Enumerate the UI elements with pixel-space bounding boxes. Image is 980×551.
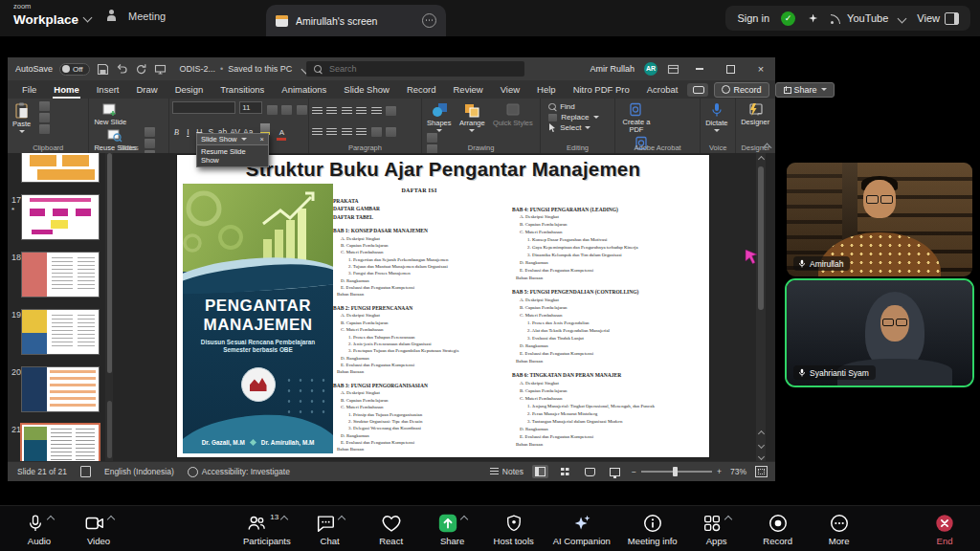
zoom-percentage[interactable]: 73%	[730, 467, 746, 476]
toolbar-button[interactable]: Video	[73, 510, 124, 548]
create-pdf-button[interactable]: Create a PDF	[618, 101, 655, 135]
video-tile-syahrianti[interactable]: Syahrianti Syam	[785, 278, 974, 387]
slide-thumbnail[interactable]	[22, 153, 99, 182]
ribbon-tab[interactable]: Insert	[88, 82, 128, 98]
format-button[interactable]: I	[184, 127, 192, 137]
minimize-button[interactable]	[689, 60, 710, 77]
numbering-icon[interactable]	[326, 107, 337, 116]
previous-slide-icon[interactable]	[756, 428, 766, 439]
toolbar-button[interactable]: AI Companion	[549, 510, 614, 548]
chevron-up-icon[interactable]	[338, 516, 345, 523]
tab-options-icon[interactable]	[422, 13, 436, 28]
language-status[interactable]: English (Indonesia)	[104, 467, 174, 476]
sign-in-button[interactable]: Sign in	[737, 12, 769, 24]
search-box[interactable]	[306, 61, 524, 77]
ribbon-display-icon[interactable]	[667, 63, 679, 76]
zoom-slider-thumb[interactable]	[673, 467, 678, 476]
ribbon-tab[interactable]: Transitions	[212, 82, 273, 98]
presenter-icon[interactable]	[80, 466, 91, 477]
align-left-icon[interactable]	[312, 128, 323, 137]
zoom-slider[interactable]: − +	[632, 467, 722, 476]
ribbon-tab[interactable]: Record	[398, 82, 445, 98]
clear-format-icon[interactable]	[297, 105, 307, 115]
dictate-button[interactable]: Dictate	[703, 101, 729, 133]
bullets-icon[interactable]	[312, 107, 323, 116]
search-input[interactable]	[327, 63, 517, 75]
toolbar-button[interactable]: Record	[752, 510, 804, 548]
close-icon[interactable]: ×	[260, 135, 264, 143]
slide-thumbnail[interactable]	[22, 253, 99, 297]
select-button[interactable]: Select	[548, 123, 612, 132]
zoom-workplace-menu[interactable]: zoom Workplace	[13, 3, 91, 28]
toolbar-button[interactable]: Audio	[13, 510, 65, 548]
record-button[interactable]: Record	[714, 82, 769, 98]
slide-thumbnail[interactable]	[22, 310, 99, 354]
columns-icon[interactable]	[371, 127, 382, 137]
ribbon-tab[interactable]: Animations	[273, 82, 335, 98]
find-button[interactable]: Find	[548, 102, 612, 111]
toolbar-button[interactable]: Chat	[304, 510, 356, 548]
text-direction-icon[interactable]	[386, 106, 396, 116]
new-slide-button[interactable]: New Slide	[92, 101, 128, 127]
increase-font-icon[interactable]	[267, 105, 278, 115]
undo-icon[interactable]	[116, 63, 128, 76]
shape-fill-icon[interactable]	[427, 133, 437, 143]
avatar[interactable]: AR	[644, 62, 657, 76]
paste-button[interactable]: Paste	[11, 101, 33, 134]
decrease-font-icon[interactable]	[281, 105, 292, 115]
toolbar-button[interactable]: React	[366, 510, 417, 548]
slide-thumbnail[interactable]	[22, 195, 99, 239]
document-title[interactable]: ODIS-2... • Saved to this PC	[180, 64, 310, 74]
toolbar-button[interactable]: More	[813, 510, 865, 548]
fit-slide-icon[interactable]	[755, 466, 768, 477]
account-name[interactable]: Amir Rullah	[590, 64, 635, 74]
scroll-up-icon[interactable]	[756, 153, 766, 165]
toolbar-button[interactable]: Share	[427, 510, 479, 548]
normal-view-button[interactable]	[532, 465, 548, 478]
chevron-up-icon[interactable]	[106, 516, 114, 523]
present-icon[interactable]	[154, 63, 167, 76]
align-right-icon[interactable]	[342, 128, 352, 137]
canvas-scrollbar[interactable]	[756, 153, 766, 462]
slide-sorter-button[interactable]	[557, 465, 573, 478]
ribbon-tab[interactable]: Nitro PDF Pro	[565, 82, 638, 98]
zoom-in-icon[interactable]: +	[717, 467, 722, 476]
chevron-up-icon[interactable]	[724, 516, 732, 523]
font-size-combo[interactable]: 11	[239, 101, 262, 114]
font-name-combo[interactable]	[172, 101, 235, 114]
ribbon-tab[interactable]: Home	[45, 82, 87, 98]
video-tile-amirullah[interactable]: Amirullah	[787, 163, 972, 276]
toolbar-button[interactable]: Host tools	[488, 510, 540, 548]
designer-button[interactable]: Designer	[739, 101, 771, 127]
align-center-icon[interactable]	[326, 128, 337, 137]
ribbon-tab[interactable]: Help	[528, 82, 565, 98]
copy-icon[interactable]	[39, 113, 50, 122]
reading-view-button[interactable]	[582, 465, 598, 478]
thumbnail-scrollbar[interactable]	[105, 153, 113, 462]
cut-icon[interactable]	[39, 101, 50, 111]
font-color-icon[interactable]: A	[277, 129, 286, 141]
chevron-up-icon[interactable]	[280, 516, 288, 523]
share-button[interactable]: Share	[775, 82, 835, 98]
format-painter-icon[interactable]	[39, 124, 50, 134]
replace-button[interactable]: Replace	[548, 113, 612, 121]
zoom-out-icon[interactable]: −	[632, 467, 636, 476]
view-button[interactable]: View	[917, 12, 959, 25]
format-button[interactable]: B	[172, 127, 181, 137]
shapes-button[interactable]: Shapes	[425, 101, 453, 133]
slide[interactable]: Struktur Buku Ajar Pengantar Manajemen D…	[177, 155, 709, 457]
layout-icon[interactable]	[145, 127, 155, 137]
close-button[interactable]: ×	[750, 60, 771, 77]
justify-icon[interactable]	[356, 128, 367, 137]
decrease-indent-icon[interactable]	[342, 107, 352, 116]
security-shield-icon[interactable]	[781, 11, 795, 26]
ribbon-tab[interactable]: Draw	[127, 82, 166, 98]
slide-thumbnail[interactable]	[22, 367, 99, 411]
slide-thumbnail-panel[interactable]: 17 * 18 19	[8, 153, 105, 462]
chevron-up-icon[interactable]	[460, 516, 468, 523]
meeting-tab[interactable]: Meeting	[107, 10, 166, 22]
comments-icon[interactable]	[687, 83, 708, 97]
slideshow-button[interactable]	[607, 465, 623, 478]
redo-icon[interactable]	[135, 63, 147, 76]
arrange-button[interactable]: Arrange	[457, 101, 487, 133]
